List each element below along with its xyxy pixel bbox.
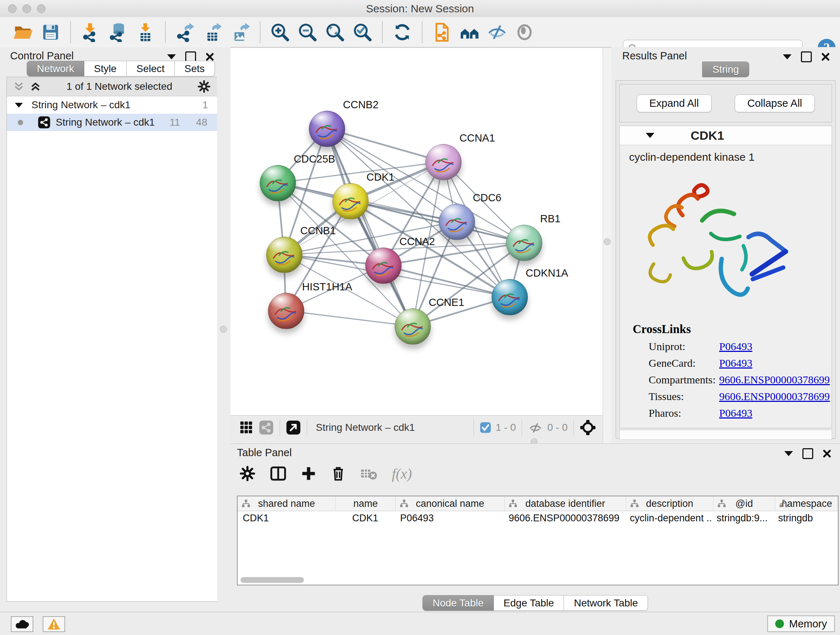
cell-canonical-name: P06493 — [395, 513, 504, 524]
node-HIST1H1A[interactable] — [268, 293, 304, 329]
undock-panel-icon[interactable] — [801, 51, 812, 62]
tab-network[interactable]: Network — [27, 61, 84, 76]
cloud-status-button[interactable] — [11, 616, 33, 632]
float-panel-icon[interactable] — [784, 451, 793, 456]
table-horizontal-scrollbar[interactable] — [240, 577, 835, 583]
memory-button[interactable]: Memory — [767, 616, 835, 632]
share-view-icon[interactable] — [259, 420, 274, 435]
splitter-handle[interactable] — [604, 238, 611, 245]
node-CDKN1A[interactable] — [492, 279, 528, 315]
expand-all-button[interactable]: Expand All — [637, 95, 712, 112]
warning-status-button[interactable] — [43, 616, 65, 632]
selected-checkbox-icon[interactable] — [480, 422, 491, 433]
left-splitter[interactable] — [217, 47, 231, 612]
crosslink-link-tissues[interactable]: 9606.ENSP00000378699 — [719, 388, 830, 405]
zoom-fit-button[interactable] — [324, 21, 347, 44]
zoom-selected-button[interactable] — [351, 21, 374, 44]
export-table-button[interactable] — [201, 21, 224, 44]
right-splitter[interactable] — [603, 48, 612, 443]
export-image-button[interactable] — [229, 21, 252, 44]
save-session-button[interactable] — [39, 21, 62, 44]
column-header-shared-name[interactable]: shared name — [238, 496, 336, 511]
crosslink-link-uniprot[interactable]: P06493 — [719, 338, 752, 355]
network-collection-row[interactable]: String Network – cdk1 1 — [7, 96, 218, 114]
protein-structure-image — [640, 173, 792, 318]
export-network-button[interactable] — [174, 21, 197, 44]
create-column-icon[interactable] — [301, 466, 317, 481]
delete-table-icon[interactable] — [360, 466, 378, 481]
tab-select[interactable]: Select — [126, 61, 175, 76]
tab-node-table[interactable]: Node Table — [423, 595, 494, 611]
share-session-button[interactable] — [431, 21, 454, 44]
grid-view-icon[interactable] — [239, 420, 254, 435]
close-panel-icon[interactable] — [823, 449, 831, 458]
string-home-button[interactable] — [458, 21, 481, 44]
import-table-icon — [136, 22, 155, 42]
network-canvas[interactable]: CCNB2CCNA1CDC25BCDK1CDC6RB1CCNB1CCNA2CDK… — [231, 48, 603, 415]
horizontal-splitter[interactable] — [231, 439, 603, 443]
open-session-button[interactable] — [11, 21, 35, 44]
node-CDC25B[interactable] — [260, 165, 296, 201]
collection-expander-icon[interactable] — [15, 103, 23, 108]
zoom-out-button[interactable] — [296, 21, 319, 44]
collapse-all-button[interactable]: Collapse All — [735, 95, 815, 112]
undock-panel-icon[interactable] — [802, 448, 813, 459]
network-options-gear-icon[interactable] — [197, 80, 211, 93]
crosshair-icon[interactable] — [579, 419, 596, 436]
update-network-button[interactable] — [391, 21, 414, 44]
scrollbar-thumb[interactable] — [240, 577, 304, 583]
status-bar: Memory — [0, 612, 840, 635]
collapse-all-icon[interactable] — [13, 80, 25, 93]
birdseye-view-icon[interactable] — [286, 420, 301, 435]
import-table-file-button[interactable] — [134, 21, 157, 44]
float-panel-icon[interactable] — [167, 54, 176, 59]
expand-all-icon[interactable] — [29, 80, 42, 93]
tab-style[interactable]: Style — [84, 61, 126, 76]
tab-string[interactable]: String — [702, 62, 749, 77]
node-CDC6[interactable] — [439, 204, 475, 240]
float-panel-icon[interactable] — [783, 54, 791, 59]
network-row[interactable]: String Network – cdk1 11 48 — [7, 114, 218, 131]
node-RB1[interactable] — [506, 225, 542, 261]
splitter-handle[interactable] — [220, 326, 227, 333]
close-panel-icon[interactable] — [205, 52, 214, 61]
network-edges[interactable] — [231, 48, 603, 415]
table-panel: Table Panel f(x) shared namenamecanonica… — [231, 443, 840, 612]
crosslink-link-pharos[interactable]: P06493 — [719, 405, 752, 421]
node-CCNA2[interactable] — [365, 248, 401, 284]
node-CCNB1[interactable] — [266, 237, 302, 273]
column-header-name[interactable]: name — [336, 496, 396, 511]
show-columns-icon[interactable] — [270, 465, 287, 482]
column-header--id[interactable]: @id — [714, 496, 775, 511]
section-expander-icon[interactable] — [646, 133, 654, 138]
import-network-database-button[interactable] — [106, 21, 129, 44]
import-network-file-button[interactable] — [79, 21, 102, 44]
hide-selected-button[interactable] — [485, 21, 508, 44]
node-CCNA1[interactable] — [425, 144, 462, 180]
table-row[interactable]: CDK1CDK1P064939606.ENSP00000378699cyclin… — [238, 511, 838, 525]
zoom-in-button[interactable] — [268, 21, 292, 44]
delete-column-icon[interactable] — [330, 466, 346, 481]
show-eye-button[interactable] — [513, 21, 536, 44]
tab-sets[interactable]: Sets — [175, 61, 215, 76]
table-settings-gear-icon[interactable] — [239, 465, 256, 482]
column-header-database-identifier[interactable]: database identifier — [505, 496, 626, 511]
crosslink-link-genecard[interactable]: P06493 — [719, 355, 752, 371]
node-CDK1[interactable] — [332, 183, 369, 219]
protein-section-header[interactable]: CDK1 — [620, 126, 832, 145]
hidden-eye-icon[interactable] — [528, 420, 543, 435]
function-builder-icon[interactable]: f(x) — [392, 465, 412, 482]
results-scrollbar[interactable] — [619, 430, 832, 440]
tab-network-table[interactable]: Network Table — [564, 595, 648, 611]
column-header-namespace[interactable]: namespace — [775, 496, 838, 511]
column-header-description[interactable]: description — [626, 496, 714, 511]
node-CCNE1[interactable] — [395, 309, 431, 345]
protein-ribbon-thumbnail — [270, 245, 298, 267]
close-panel-icon[interactable] — [821, 52, 830, 61]
crosslink-link-compartments[interactable]: 9606.ENSP00000378699 — [719, 371, 830, 388]
cytoscape-window: Session: New Session — [0, 0, 840, 635]
column-label: canonical name — [416, 498, 484, 509]
node-CCNB2[interactable] — [309, 111, 345, 147]
tab-edge-table[interactable]: Edge Table — [494, 595, 564, 611]
column-header-canonical-name[interactable]: canonical name — [396, 496, 505, 511]
